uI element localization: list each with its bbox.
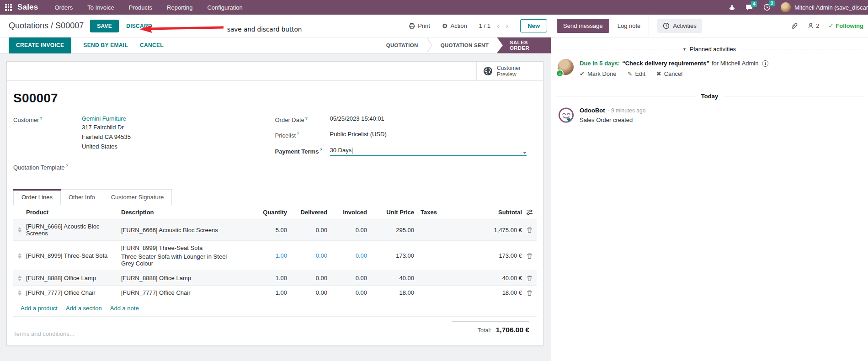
optional-columns-icon[interactable] xyxy=(522,209,537,215)
action-button[interactable]: ⚙ Action xyxy=(442,22,467,29)
save-button[interactable]: SAVE xyxy=(90,20,119,32)
cell-invoiced[interactable]: 0.00 xyxy=(327,252,367,259)
tab-order-lines[interactable]: Order Lines xyxy=(13,189,61,205)
cell-product[interactable]: [FURN_7777] Office Chair xyxy=(26,289,121,296)
apps-grid-icon[interactable] xyxy=(5,4,12,11)
send-by-email-button[interactable]: SEND BY EMAIL xyxy=(83,42,128,48)
breadcrumb-quotations-link[interactable]: Quotations xyxy=(9,21,48,30)
pager-next-icon[interactable]: › xyxy=(506,22,509,30)
cell-unit-price[interactable]: 173.00 xyxy=(367,252,414,259)
dropdown-caret-icon[interactable] xyxy=(523,152,527,154)
debug-bug-icon[interactable] xyxy=(729,4,735,11)
pricelist-value[interactable]: Public Pricelist (USD) xyxy=(330,130,387,139)
attachment-paperclip-icon[interactable] xyxy=(790,22,798,30)
cell-subtotal[interactable]: 40.00 € xyxy=(467,275,522,281)
cell-delivered[interactable]: 0.00 xyxy=(287,252,327,259)
state-quotation-sent[interactable]: QUOTATION SENT xyxy=(432,37,497,53)
menu-products[interactable]: Products xyxy=(129,4,152,11)
help-icon[interactable]: ? xyxy=(66,164,68,168)
cell-description[interactable]: [FURN_8999] Three-Seat Sofa Three Seater… xyxy=(121,244,245,267)
edit-activity-button[interactable]: ✎Edit xyxy=(627,70,645,77)
menu-configuration[interactable]: Configuration xyxy=(207,4,242,11)
cell-description[interactable]: [FURN_7777] Office Chair xyxy=(121,289,245,296)
tab-other-info[interactable]: Other Info xyxy=(61,189,103,205)
new-button[interactable]: New xyxy=(520,19,547,32)
menu-reporting[interactable]: Reporting xyxy=(167,4,192,11)
table-row[interactable]: [FURN_6666] Acoustic Bloc Screens [FURN_… xyxy=(13,219,537,241)
cell-subtotal[interactable]: 18.00 € xyxy=(467,289,522,296)
tab-customer-signature[interactable]: Customer Signature xyxy=(103,189,172,205)
header-description[interactable]: Description xyxy=(121,209,245,216)
send-message-button[interactable]: Send message xyxy=(557,19,609,33)
help-icon[interactable]: ? xyxy=(320,148,322,152)
pager-previous-icon[interactable]: ‹ xyxy=(497,22,500,30)
help-icon[interactable]: ? xyxy=(305,116,308,121)
info-icon[interactable]: i xyxy=(762,60,768,67)
add-a-product-link[interactable]: Add a product xyxy=(21,305,58,312)
drag-handle-icon[interactable] xyxy=(13,253,26,259)
add-a-note-link[interactable]: Add a note xyxy=(110,305,139,312)
cell-description[interactable]: [FURN_8888] Office Lamp xyxy=(121,275,245,281)
cell-invoiced[interactable]: 0.00 xyxy=(327,289,367,296)
cell-delivered[interactable]: 0.00 xyxy=(287,289,327,296)
order-date-value[interactable]: 05/25/2023 15:40:01 xyxy=(330,115,384,124)
header-delivered[interactable]: Delivered xyxy=(287,209,327,216)
state-sales-order[interactable]: SALES ORDER xyxy=(497,37,551,53)
cell-product[interactable]: [FURN_6666] Acoustic Bloc Screens xyxy=(26,223,121,237)
message-author[interactable]: OdooBot xyxy=(580,107,605,114)
messages-icon[interactable]: 4 xyxy=(746,4,753,11)
cell-unit-price[interactable]: 295.00 xyxy=(367,227,414,234)
cell-unit-price[interactable]: 40.00 xyxy=(367,275,414,281)
delete-row-icon[interactable] xyxy=(522,275,537,281)
app-title[interactable]: Sales xyxy=(17,3,38,12)
cell-product[interactable]: [FURN_8888] Office Lamp xyxy=(26,275,121,281)
state-quotation[interactable]: QUOTATION xyxy=(378,37,426,53)
delete-row-icon[interactable] xyxy=(522,253,537,259)
table-row[interactable]: [FURN_8888] Office Lamp [FURN_8888] Offi… xyxy=(13,271,537,286)
drag-handle-icon[interactable] xyxy=(13,290,26,296)
print-button[interactable]: Print xyxy=(409,22,430,29)
cell-quantity[interactable]: 1.00 xyxy=(245,252,287,259)
customer-link[interactable]: Gemini Furniture xyxy=(82,115,131,122)
drag-handle-icon[interactable] xyxy=(13,276,26,281)
customer-preview-button[interactable]: Customer Preview xyxy=(476,62,543,80)
table-row[interactable]: [FURN_8999] Three-Seat Sofa [FURN_8999] … xyxy=(13,241,537,271)
drag-handle-icon[interactable] xyxy=(13,227,26,233)
followers-button[interactable]: 2 xyxy=(807,22,819,29)
mark-done-button[interactable]: ✔Mark Done xyxy=(580,70,616,77)
following-button[interactable]: ✓ Following xyxy=(828,22,863,29)
header-subtotal[interactable]: Subtotal xyxy=(467,209,522,216)
delete-row-icon[interactable] xyxy=(522,227,537,233)
cell-unit-price[interactable]: 18.00 xyxy=(367,289,414,296)
header-unit-price[interactable]: Unit Price xyxy=(367,209,414,216)
cell-quantity[interactable]: 1.00 xyxy=(245,289,287,296)
cell-invoiced[interactable]: 0.00 xyxy=(327,227,367,234)
activities-button[interactable]: Activities xyxy=(657,19,702,33)
planned-activities-header[interactable]: ▾ Planned activities xyxy=(551,46,868,53)
cell-quantity[interactable]: 1.00 xyxy=(245,275,287,281)
cell-quantity[interactable]: 5.00 xyxy=(245,227,287,234)
header-taxes[interactable]: Taxes xyxy=(414,209,467,216)
cell-product[interactable]: [FURN_8999] Three-Seat Sofa xyxy=(26,252,121,259)
header-quantity[interactable]: Quantity xyxy=(245,209,287,216)
discard-button[interactable]: DISCARD xyxy=(126,23,152,29)
cell-subtotal[interactable]: 173.00 € xyxy=(467,252,522,259)
help-icon[interactable]: ? xyxy=(297,132,299,136)
odoobot-avatar[interactable] xyxy=(558,107,575,124)
menu-orders[interactable]: Orders xyxy=(54,4,73,11)
payment-terms-input[interactable]: 30 Days xyxy=(330,146,527,156)
header-invoiced[interactable]: Invoiced xyxy=(327,209,367,216)
cell-delivered[interactable]: 0.00 xyxy=(287,227,327,234)
user-menu[interactable]: Mitchell Admin (save_discar xyxy=(781,2,868,12)
cancel-button[interactable]: CANCEL xyxy=(140,42,164,48)
help-icon[interactable]: ? xyxy=(40,116,42,121)
cell-subtotal[interactable]: 1,475.00 € xyxy=(467,227,522,234)
header-product[interactable]: Product xyxy=(26,209,121,216)
log-note-button[interactable]: Log note xyxy=(618,22,641,29)
activity-clock-icon[interactable]: 2 xyxy=(763,4,771,11)
table-row[interactable]: [FURN_7777] Office Chair [FURN_7777] Off… xyxy=(13,286,537,300)
cancel-activity-button[interactable]: ✖Cancel xyxy=(656,70,682,77)
cell-description[interactable]: [FURN_6666] Acoustic Bloc Screens xyxy=(121,227,245,234)
delete-row-icon[interactable] xyxy=(522,290,537,296)
add-a-section-link[interactable]: Add a section xyxy=(66,305,102,312)
